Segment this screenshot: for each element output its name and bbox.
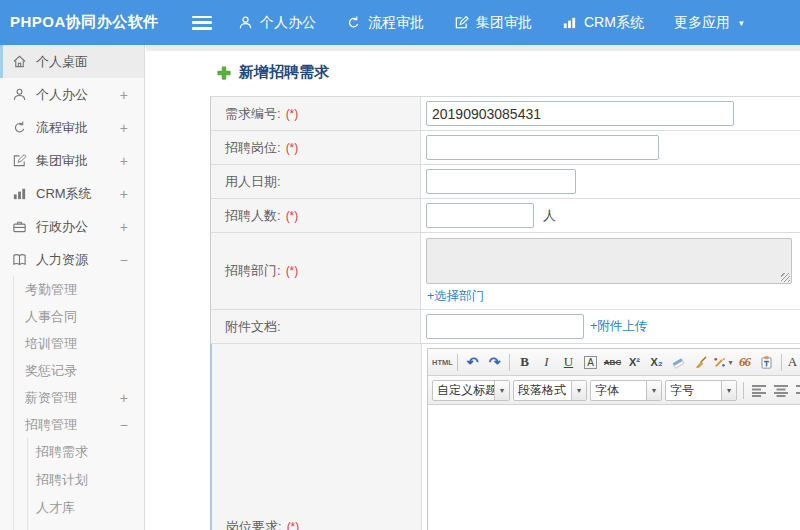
sidebar-item-recruit-demand[interactable]: 招聘需求 bbox=[28, 438, 144, 466]
demand-no-input[interactable] bbox=[426, 101, 734, 126]
superscript-button[interactable]: X² bbox=[624, 352, 645, 373]
collapse-icon[interactable]: − bbox=[120, 417, 128, 433]
eraser-icon bbox=[671, 355, 686, 370]
main-content: 新增招聘需求 需求编号:(*) 招聘岗位:(*) 用人日期: 招聘人数:(*) bbox=[146, 45, 800, 530]
font-color-button[interactable]: A▾ bbox=[786, 352, 800, 373]
format-brush-button[interactable] bbox=[690, 352, 711, 373]
field-label: 招聘岗位: bbox=[225, 139, 281, 157]
app-logo: PHPOA协同办公软件 bbox=[0, 13, 192, 32]
department-textarea[interactable] bbox=[426, 238, 792, 284]
underline-button[interactable]: U bbox=[558, 352, 579, 373]
editor-toolbar-top: HTML ↶ ↷ B I U A ABC X² X₂ bbox=[428, 349, 800, 376]
paragraph-format-select[interactable]: 段落格式 ▾ bbox=[513, 380, 587, 401]
process-icon bbox=[346, 15, 361, 30]
italic-button[interactable]: I bbox=[536, 352, 557, 373]
form-row-demand-no: 需求编号:(*) bbox=[210, 97, 800, 131]
edit-icon bbox=[12, 153, 27, 168]
book-icon bbox=[12, 252, 27, 267]
sidebar-item-admin-office[interactable]: 行政办公 + bbox=[0, 210, 144, 243]
color-pen-icon bbox=[712, 355, 727, 370]
expand-icon[interactable]: + bbox=[120, 120, 128, 136]
sidebar: 个人桌面 个人办公 + 流程审批 + 集团审批 + CRM系统 + 行政办公 +… bbox=[0, 45, 145, 530]
sidebar-item-group-approval[interactable]: 集团审批 + bbox=[0, 144, 144, 177]
nav-group-approval[interactable]: 集团审批 bbox=[454, 14, 532, 32]
field-label: 岗位要求: bbox=[226, 518, 282, 530]
form-row-attachment: 附件文档: +附件上传 bbox=[210, 310, 800, 344]
collapse-icon[interactable]: − bbox=[120, 252, 128, 268]
form-row-department: 招聘部门:(*) +选择部门 bbox=[210, 233, 800, 310]
eraser-button[interactable] bbox=[668, 352, 689, 373]
headcount-input[interactable] bbox=[426, 203, 534, 228]
sidebar-item-recruit-plan[interactable]: 招聘计划 bbox=[28, 466, 144, 494]
required-mark: (*) bbox=[286, 107, 299, 121]
hiring-date-input[interactable] bbox=[426, 169, 576, 194]
sidebar-item-talent-pool[interactable]: 人才库 bbox=[28, 494, 144, 522]
sidebar-item-salary[interactable]: 薪资管理+ bbox=[14, 384, 144, 411]
sidebar-item-desktop[interactable]: 个人桌面 bbox=[0, 45, 144, 78]
attachment-input[interactable] bbox=[426, 314, 584, 339]
nav-process-approval[interactable]: 流程审批 bbox=[346, 14, 424, 32]
sidebar-item-personal-office[interactable]: 个人办公 + bbox=[0, 78, 144, 111]
blockquote-button[interactable]: 66 bbox=[734, 352, 755, 373]
add-icon bbox=[217, 66, 231, 80]
font-border-button[interactable]: A bbox=[580, 352, 601, 373]
sidebar-item-crm[interactable]: CRM系统 + bbox=[0, 177, 144, 210]
font-family-select[interactable]: 字体 ▾ bbox=[590, 380, 662, 401]
recruit-submenu: 招聘需求 招聘计划 人才库 bbox=[27, 438, 144, 530]
sidebar-item-process-approval[interactable]: 流程审批 + bbox=[0, 111, 144, 144]
required-mark: (*) bbox=[286, 141, 299, 155]
redo-button[interactable]: ↷ bbox=[484, 352, 505, 373]
user-icon bbox=[238, 15, 253, 30]
subscript-button[interactable]: X₂ bbox=[646, 352, 667, 373]
home-icon bbox=[12, 54, 27, 69]
paste-text-button[interactable] bbox=[756, 352, 777, 373]
editor-content-area[interactable] bbox=[428, 405, 800, 530]
undo-button[interactable]: ↶ bbox=[462, 352, 483, 373]
align-right-button[interactable] bbox=[794, 381, 800, 400]
strikethrough-button[interactable]: ABC bbox=[602, 352, 623, 373]
align-center-button[interactable] bbox=[772, 381, 791, 400]
html-source-button[interactable]: HTML bbox=[432, 352, 453, 373]
unit-label: 人 bbox=[543, 207, 556, 225]
edit-icon bbox=[454, 15, 469, 30]
field-label: 用人日期: bbox=[225, 173, 281, 191]
caret-down-icon: ▾ bbox=[571, 381, 586, 400]
sidebar-item-attendance[interactable]: 考勤管理 bbox=[14, 276, 144, 303]
align-left-button[interactable] bbox=[750, 381, 769, 400]
format-brush-icon bbox=[693, 355, 708, 370]
sidebar-item-hr-contract[interactable]: 人事合同 bbox=[14, 303, 144, 330]
custom-title-select[interactable]: 自定义标题 ▾ bbox=[432, 380, 510, 401]
expand-icon[interactable]: + bbox=[120, 390, 128, 406]
required-mark: (*) bbox=[286, 264, 299, 278]
resize-grip-icon[interactable] bbox=[781, 273, 790, 282]
position-input[interactable] bbox=[426, 135, 659, 160]
color-pen-button[interactable]: ▾ bbox=[712, 352, 733, 373]
select-department-link[interactable]: +选择部门 bbox=[427, 288, 484, 305]
sidebar-item-recruit-mgmt[interactable]: 招聘管理− bbox=[14, 411, 144, 438]
sidebar-item-rewards[interactable]: 奖惩记录 bbox=[14, 357, 144, 384]
sidebar-item-training[interactable]: 培训管理 bbox=[14, 330, 144, 357]
expand-icon[interactable]: + bbox=[120, 153, 128, 169]
paste-text-icon bbox=[759, 355, 774, 370]
sidebar-item-hr[interactable]: 人力资源 − bbox=[0, 243, 144, 276]
caret-down-icon: ▾ bbox=[721, 381, 736, 400]
nav-more-apps[interactable]: 更多应用 ▾ bbox=[674, 14, 744, 32]
expand-icon[interactable]: + bbox=[120, 219, 128, 235]
expand-icon[interactable]: + bbox=[120, 87, 128, 103]
align-right-icon bbox=[796, 384, 800, 397]
nav-personal-office[interactable]: 个人办公 bbox=[238, 14, 316, 32]
menu-icon[interactable] bbox=[192, 16, 212, 30]
form-row-requirements: 岗位要求:(*) HTML ↶ ↷ B I U A ABC X² bbox=[210, 344, 800, 530]
process-icon bbox=[12, 120, 27, 135]
bold-button[interactable]: B bbox=[514, 352, 535, 373]
attachment-upload-link[interactable]: +附件上传 bbox=[590, 318, 647, 335]
expand-icon[interactable]: + bbox=[120, 186, 128, 202]
rich-text-editor: HTML ↶ ↷ B I U A ABC X² X₂ bbox=[427, 348, 800, 530]
page-title: 新增招聘需求 bbox=[217, 63, 800, 82]
caret-down-icon: ▾ bbox=[646, 381, 661, 400]
caret-down-icon: ▾ bbox=[728, 358, 732, 367]
align-center-icon bbox=[774, 384, 789, 397]
nav-crm-system[interactable]: CRM系统 bbox=[562, 14, 644, 32]
align-left-icon bbox=[752, 384, 767, 397]
font-size-select[interactable]: 字号 ▾ bbox=[665, 380, 737, 401]
